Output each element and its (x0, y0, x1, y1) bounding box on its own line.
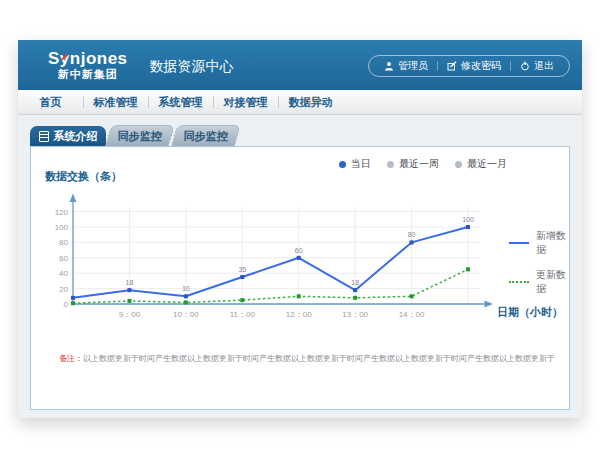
nav-item-integration[interactable]: 对接管理 (213, 90, 278, 114)
svg-text:120: 120 (55, 208, 69, 217)
footnote: 备注：以上数据更新于时间产生数据以上数据更新于时间产生数据以上数据更新于时间产生… (59, 353, 555, 364)
nav-item-data-change[interactable]: 数据异动 (278, 90, 343, 114)
svg-text:18: 18 (126, 279, 134, 286)
svg-text:11：00: 11：00 (230, 310, 256, 319)
page-title: 数据资源中心 (150, 54, 234, 76)
legend-label: 更新数据 (536, 268, 569, 296)
svg-text:40: 40 (59, 269, 68, 278)
range-option-today[interactable]: 当日 (339, 157, 371, 171)
tab-system-intro[interactable]: 系统介绍 (30, 126, 106, 146)
line-chart: 0204060801001209：0010：0011：0012：0013：001… (43, 189, 498, 323)
power-icon (520, 61, 530, 71)
svg-text:100: 100 (55, 223, 69, 232)
svg-text:10：00: 10：00 (173, 310, 199, 319)
dotted-line-icon (509, 281, 529, 283)
range-label: 当日 (351, 157, 371, 171)
svg-text:100: 100 (462, 216, 474, 223)
svg-text:18: 18 (351, 279, 359, 286)
svg-text:60: 60 (295, 247, 303, 254)
content-area: 系统介绍 同步监控 同步监控 当日 最近一周 (18, 115, 582, 420)
range-label: 最近一月 (467, 157, 507, 171)
svg-text:80: 80 (408, 231, 416, 238)
app-window: Synjones 新中新集团 数据资源中心 管理员 修改密码 (18, 40, 582, 418)
range-option-last-week[interactable]: 最近一周 (387, 157, 439, 171)
nav-item-system[interactable]: 系统管理 (148, 90, 213, 114)
chart-legend: 新增数据 更新数据 (509, 229, 569, 307)
legend-item-new-data: 新增数据 (509, 229, 569, 257)
radio-icon (455, 161, 462, 168)
y-axis-title: 数据交换（条） (45, 169, 122, 184)
logo-text: Synjones (48, 50, 128, 69)
tab-sync-monitor-1[interactable]: 同步监控 (105, 125, 175, 146)
logo-subtext: 新中新集团 (48, 68, 128, 80)
edit-icon (447, 61, 457, 71)
document-icon (39, 131, 49, 142)
user-menu: 管理员 修改密码 退出 (368, 55, 570, 77)
change-password-label: 修改密码 (461, 59, 501, 73)
svg-text:14：00: 14：00 (399, 310, 425, 319)
current-user-button[interactable]: 管理员 (375, 59, 437, 73)
tab-sync-monitor-2[interactable]: 同步监控 (171, 125, 241, 146)
radio-selected-icon (339, 161, 346, 168)
footnote-text: 以上数据更新于时间产生数据以上数据更新于时间产生数据以上数据更新于时间产生数据以… (83, 354, 555, 363)
svg-text:9：00: 9：00 (119, 310, 141, 319)
change-password-button[interactable]: 修改密码 (438, 59, 510, 73)
svg-text:10: 10 (182, 285, 190, 292)
svg-text:20: 20 (59, 285, 68, 294)
user-icon (384, 61, 394, 71)
time-range-selector: 当日 最近一周 最近一月 (339, 157, 507, 171)
svg-text:60: 60 (59, 254, 68, 263)
tab-label: 系统介绍 (54, 129, 98, 144)
range-option-last-month[interactable]: 最近一月 (455, 157, 507, 171)
logout-button[interactable]: 退出 (511, 59, 563, 73)
nav-item-home[interactable]: 首页 (18, 90, 83, 114)
company-logo: Synjones 新中新集团 (48, 50, 128, 81)
header-bar: Synjones 新中新集团 数据资源中心 管理员 修改密码 (18, 40, 582, 90)
main-nav: 首页 标准管理 系统管理 对接管理 数据异动 (18, 90, 582, 115)
legend-label: 新增数据 (536, 229, 569, 257)
svg-text:80: 80 (59, 238, 68, 247)
radio-icon (387, 161, 394, 168)
range-label: 最近一周 (399, 157, 439, 171)
legend-item-update-data: 更新数据 (509, 268, 569, 296)
svg-text:0: 0 (64, 300, 69, 309)
svg-text:12：00: 12：00 (286, 310, 312, 319)
tab-bar: 系统介绍 同步监控 同步监控 (30, 126, 570, 146)
svg-text:13：00: 13：00 (342, 310, 368, 319)
logout-label: 退出 (534, 59, 554, 73)
user-name: 管理员 (398, 59, 428, 73)
x-axis-title: 日期（小时） (497, 305, 563, 320)
solid-line-icon (509, 242, 529, 244)
tab-label: 同步监控 (184, 129, 228, 144)
tab-label: 同步监控 (118, 129, 162, 144)
svg-text:35: 35 (238, 266, 246, 273)
footnote-label: 备注： (59, 354, 83, 363)
nav-item-standards[interactable]: 标准管理 (83, 90, 148, 114)
chart-panel: 当日 最近一周 最近一月 数据交换（条） 0204060801001209：00… (30, 146, 570, 410)
